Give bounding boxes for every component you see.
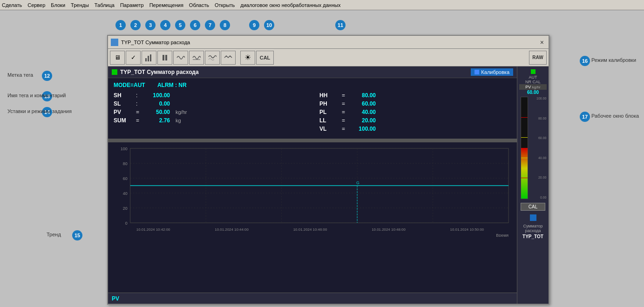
annotation-6: 6 (190, 20, 200, 30)
right-summary-label: Сумматор расхода (519, 224, 547, 233)
menu-item-sdelat[interactable]: Сделать (2, 2, 22, 8)
right-panel: AUT NR CAL PV kg/hr 60.00 100.00 80.00 6… (517, 67, 549, 304)
right-tag-name: TYP_TOT (522, 234, 543, 239)
ph-row: PH = 60.00 (319, 100, 511, 108)
toolbar-raw-button[interactable]: RAW (529, 51, 547, 65)
pl-val: 40.00 (350, 109, 376, 115)
tag-header: TYP_TOT Сумматор расхода Калибровка (108, 67, 517, 78)
data-table: MODE=AUT ALRM : NR SH : 100.00 (108, 78, 517, 137)
sl-sep: : (136, 100, 141, 107)
svg-text:0: 0 (125, 221, 128, 226)
annotation-10: 10 (264, 20, 274, 30)
mode-line: MODE=AUT ALRM : NR (114, 82, 511, 88)
pv-label: PV (112, 295, 119, 302)
pv-row: PV = 50.00 kg/hr (114, 108, 305, 116)
ll-val: 20.00 (350, 117, 376, 124)
hh-row: HH = 80.00 (319, 91, 511, 100)
toolbar-btn-wave2[interactable] (189, 51, 204, 65)
menu-item-oblast[interactable]: Область (189, 2, 209, 8)
trend-divider (108, 139, 517, 142)
window-title: TYP_TOT Сумматор расхода (121, 40, 538, 45)
tag-full-name: TYP_TOT Сумматор расхода (120, 69, 199, 75)
vl-val: 100.00 (350, 126, 376, 132)
menu-item-trendy[interactable]: Тренды (71, 2, 89, 8)
ph-val: 60.00 (350, 100, 376, 107)
main-window: TYP_TOT Сумматор расхода × 🖥 ✓ ☀ CAL RAW (107, 35, 549, 305)
right-aut-label: AUT (529, 75, 537, 80)
annotation-13-label: Имя тега и комментарий (7, 93, 66, 98)
annotation-14-label: Уставки и режимы задания (7, 108, 72, 114)
annotation-16: 16 (580, 56, 590, 66)
trend-chart: 100 80 60 40 20 0 G 10.01.202 (112, 146, 513, 237)
sum-val: 2.76 (144, 117, 170, 124)
menu-item-peremesh[interactable]: Перемещения (149, 2, 183, 8)
annotation-15: 15 (72, 230, 82, 240)
pv-sep: = (136, 109, 141, 115)
sl-row: SL : 0.00 (114, 100, 305, 108)
pl-row: PL = 40.00 (319, 108, 511, 116)
menu-item-server[interactable]: Сервер (27, 2, 45, 8)
annotation-1: 1 (115, 20, 126, 30)
toolbar-btn-chart[interactable] (142, 51, 156, 65)
left-col: SH : 100.00 SL : 0.00 PV = (114, 91, 305, 133)
sum-row: SUM = 2.76 kg (114, 116, 305, 125)
sum-key: SUM (114, 117, 132, 124)
right-col: HH = 80.00 PH = 60.00 PL = 40.00 (319, 91, 511, 133)
svg-text:60: 60 (123, 176, 128, 181)
ph-line (521, 137, 528, 138)
svg-text:G: G (356, 180, 359, 185)
right-cal-button[interactable]: CAL (521, 203, 545, 211)
sl-val: 0.00 (144, 100, 170, 107)
menu-item-otkryt[interactable]: Открыть (215, 2, 235, 8)
svg-text:10.01.2024 10:42:00: 10.01.2024 10:42:00 (136, 227, 170, 232)
hh-key: HH (319, 92, 338, 99)
svg-rect-0 (145, 58, 147, 61)
right-nrcal-label: NR CAL (525, 80, 541, 84)
annotation-11: 11 (335, 20, 346, 30)
alrm-value: ALRM : NR (157, 82, 187, 88)
svg-text:20: 20 (123, 206, 128, 211)
sh-val: 100.00 (144, 92, 170, 99)
svg-text:Время: Время (496, 233, 508, 237)
ll-eq: = (342, 117, 346, 124)
svg-text:80: 80 (123, 161, 128, 166)
menu-item-tablitsa[interactable]: Таблица (95, 2, 115, 8)
annotation-15-label: Тренд (47, 232, 61, 237)
annotation-17-label: Рабочее окно блока (591, 113, 639, 119)
toolbar-sep2 (275, 51, 278, 65)
toolbar: 🖥 ✓ ☀ CAL RAW (108, 49, 549, 67)
title-bar: TYP_TOT Сумматор расхода × (108, 36, 549, 49)
menu-item-bloki[interactable]: Блоки (51, 2, 65, 8)
toolbar-btn-display[interactable]: 🖥 (110, 51, 125, 65)
svg-text:10.01.2024 10:44:00: 10.01.2024 10:44:00 (215, 227, 249, 232)
toolbar-btn-check[interactable]: ✓ (126, 51, 141, 65)
vl-eq: = (342, 126, 346, 132)
toolbar-btn-pause[interactable] (157, 51, 172, 65)
menu-item-dialog: диалоговое окно необработанных данных (240, 2, 340, 8)
toolbar-btn-wave1[interactable] (173, 51, 188, 65)
annotation-17: 17 (580, 112, 590, 122)
main-panel: TYP_TOT Сумматор расхода Калибровка MODE… (108, 67, 517, 304)
close-button[interactable]: × (538, 39, 546, 46)
right-bar-chart: 100.00 80.00 60.00 40.00 20.00 0.00 (520, 97, 547, 199)
data-rows: SH : 100.00 SL : 0.00 PV = (114, 91, 511, 133)
ph-key: PH (319, 100, 338, 107)
svg-text:10.01.2024 10:50:00: 10.01.2024 10:50:00 (450, 227, 484, 232)
pl-eq: = (342, 109, 346, 115)
sum-sep: = (136, 117, 141, 124)
toolbar-btn-wave4[interactable] (221, 51, 236, 65)
svg-text:10.01.2024 10:46:00: 10.01.2024 10:46:00 (293, 227, 327, 232)
sh-row: SH : 100.00 (114, 91, 305, 100)
pv-unit: kg/hr (176, 109, 187, 115)
annotation-2: 2 (130, 20, 141, 30)
tag-status-indicator (112, 69, 117, 75)
annotation-8: 8 (220, 20, 230, 30)
toolbar-btn-sun[interactable]: ☀ (240, 51, 255, 65)
sh-key: SH (114, 92, 132, 99)
menu-item-parametr[interactable]: Параметр (120, 2, 144, 8)
menu-bar: Сделать Сервер Блоки Тренды Таблица Пара… (0, 0, 644, 10)
toolbar-btn-wave3[interactable] (205, 51, 220, 65)
hh-val: 80.00 (350, 92, 376, 99)
toolbar-cal-button[interactable]: CAL (256, 51, 274, 65)
annotation-9: 9 (249, 20, 259, 30)
